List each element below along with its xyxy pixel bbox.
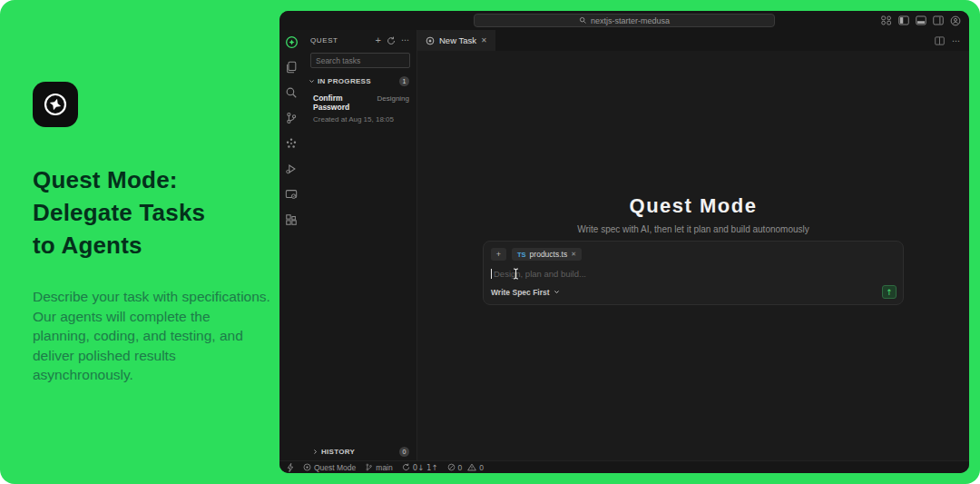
command-center-search[interactable]: nextjs-starter-medusa [474,14,775,27]
new-task-button[interactable]: + [376,35,381,45]
toggle-secondary-sidebar-icon[interactable] [933,15,944,25]
heading-line-1: Quest Mode: [33,163,270,196]
remote-indicator[interactable] [287,463,294,472]
text-caret [491,269,492,279]
quest-logo-icon [33,82,78,127]
git-branch-status[interactable]: main [365,463,392,472]
status-bar: Quest Mode main 0↓ 1↑ 0 0 [279,460,969,473]
history-section[interactable]: HISTORY 0 [303,444,416,459]
source-control-icon[interactable] [284,111,299,125]
chip-filename: products.ts [530,250,568,259]
ide-window: nextjs-starter-medusa [279,11,969,473]
add-context-button[interactable]: + [491,248,506,261]
tab-close-icon[interactable]: ✕ [481,36,487,44]
marketing-panel: Quest Mode: Delegate Tasks to Agents Des… [33,82,270,385]
feature-heading: Quest Mode: Delegate Tasks to Agents [33,163,270,262]
customize-layout-icon[interactable] [881,15,892,25]
error-icon [447,463,456,471]
quest-mode-view: Quest Mode Write spec with AI, then let … [417,51,969,460]
search-icon [579,16,587,25]
activity-bar [279,30,303,460]
chevron-down-icon [309,78,315,84]
file-context-chip[interactable]: TS products.ts ✕ [512,248,582,261]
layout-controls [881,11,961,30]
tab-bar: New Task ✕ ⋯ [417,30,969,51]
title-bar: nextjs-starter-medusa [279,11,969,30]
toggle-primary-sidebar-icon[interactable] [898,15,909,25]
warning-icon [467,463,476,471]
problems-status[interactable]: 0 0 [447,463,484,472]
refresh-button[interactable] [387,36,396,45]
quest-sidebar: QUEST + ⋯ IN PROGRESS 1 [303,30,417,460]
composer-placeholder: Design, plan and build... [494,269,586,279]
chevron-right-icon [312,449,318,455]
ibeam-cursor [512,268,520,280]
sidebar-title: QUEST [310,36,338,44]
in-progress-section[interactable]: IN PROGRESS 1 [303,74,416,88]
editor-more-actions-icon[interactable]: ⋯ [952,36,960,45]
feature-card: Quest Mode: Delegate Tasks to Agents Des… [0,0,980,484]
task-list-item[interactable]: Confirm Password Designing Created at Au… [303,88,416,123]
task-title: Confirm Password [313,94,377,112]
git-sync-status[interactable]: 0↓ 1↑ [402,463,438,472]
workspace-name: nextjs-starter-medusa [591,16,670,25]
mode-label: Write Spec First [491,288,550,297]
send-button[interactable]: ↑ [882,285,897,299]
quest-mode-subtitle: Write spec with AI, then let it plan and… [417,224,969,234]
quest-tab-icon [426,36,435,45]
search-activity-icon[interactable] [284,85,299,100]
heading-line-3: to Agents [33,229,270,262]
task-status-badge: Designing [377,94,409,103]
run-debug-icon[interactable] [284,162,299,176]
sidebar-header: QUEST + ⋯ [303,30,416,51]
typescript-icon: TS [517,251,526,259]
task-composer[interactable]: + TS products.ts ✕ Design, plan and buil… [483,241,904,305]
quest-mode-status[interactable]: Quest Mode [303,463,356,472]
account-icon[interactable] [950,15,961,26]
task-created-at: Created at Aug 15, 18:05 [313,115,409,123]
quest-activity-icon[interactable] [284,35,299,49]
extensions-icon[interactable] [284,212,299,227]
toggle-panel-icon[interactable] [916,15,926,25]
in-progress-label: IN PROGRESS [318,77,371,85]
chip-remove-icon[interactable]: ✕ [571,251,576,258]
editor-area: New Task ✕ ⋯ Quest Mode Write spec with … [417,30,969,460]
tab-label: New Task [439,35,476,45]
explorer-icon[interactable] [284,60,299,74]
more-actions-button[interactable]: ⋯ [401,36,409,44]
history-label: HISTORY [321,448,355,456]
composer-input[interactable]: Design, plan and build... [491,269,896,279]
live-preview-icon[interactable] [284,187,299,202]
dropdown-chevron-icon [554,289,560,295]
split-editor-icon[interactable] [935,36,945,45]
history-count-badge: 0 [399,447,409,457]
tab-new-task[interactable]: New Task ✕ [417,30,495,51]
feature-description: Describe your task with specifications. … [33,287,270,385]
task-search-input[interactable] [310,53,410,68]
mode-dropdown[interactable]: Write Spec First [491,288,560,297]
agents-icon[interactable] [284,136,299,151]
in-progress-count-badge: 1 [399,76,409,86]
heading-line-2: Delegate Tasks [33,196,270,229]
quest-mode-title: Quest Mode [417,194,969,218]
